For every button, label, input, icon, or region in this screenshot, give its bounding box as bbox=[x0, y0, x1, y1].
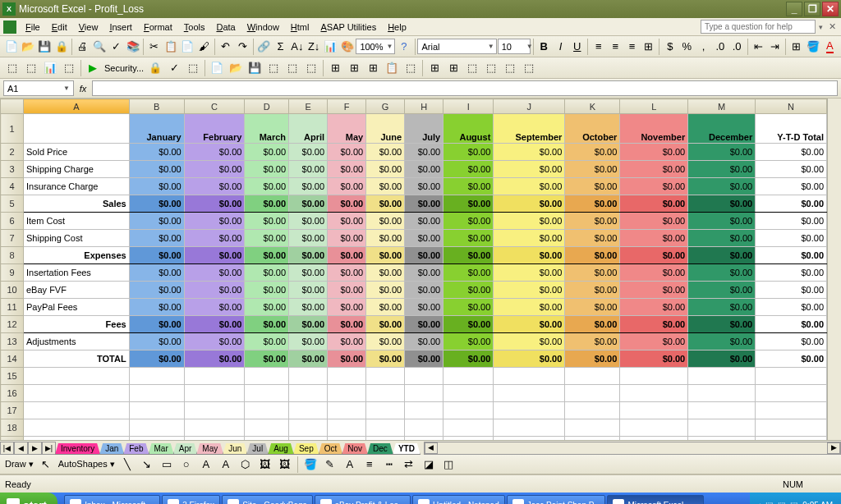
data-cell[interactable]: $0.00 bbox=[289, 299, 328, 316]
empty-cell[interactable] bbox=[688, 419, 756, 437]
empty-cell[interactable] bbox=[184, 368, 245, 385]
data-cell[interactable]: $0.00 bbox=[289, 247, 328, 264]
header-cell[interactable]: February bbox=[184, 114, 245, 144]
tray-icon[interactable]: ⬚ bbox=[765, 501, 773, 505]
empty-cell[interactable] bbox=[620, 419, 688, 437]
data-cell[interactable]: $0.00 bbox=[443, 333, 494, 351]
data-cell[interactable]: $0.00 bbox=[620, 282, 688, 299]
merge-button[interactable]: ⊞ bbox=[641, 38, 656, 56]
toolbar-btn-3[interactable]: 📊 bbox=[41, 59, 59, 77]
data-cell[interactable]: $0.00 bbox=[366, 351, 405, 368]
close-button[interactable]: ✕ bbox=[822, 2, 839, 16]
empty-cell[interactable] bbox=[405, 368, 443, 385]
data-cell[interactable]: $0.00 bbox=[494, 333, 565, 351]
autoshapes-menu[interactable]: AutoShapes ▾ bbox=[57, 459, 117, 470]
data-cell[interactable]: $0.00 bbox=[289, 213, 328, 230]
empty-cell[interactable] bbox=[494, 368, 565, 385]
data-cell[interactable]: $0.00 bbox=[620, 178, 688, 195]
toolbar-btn-9[interactable]: 📂 bbox=[227, 59, 245, 77]
save-button[interactable]: 💾 bbox=[37, 38, 53, 56]
data-cell[interactable]: $0.00 bbox=[494, 299, 565, 316]
empty-cell[interactable] bbox=[184, 402, 245, 419]
sort-desc-button[interactable]: Z↓ bbox=[306, 38, 321, 56]
data-cell[interactable]: $0.00 bbox=[328, 144, 366, 161]
empty-cell[interactable] bbox=[24, 385, 130, 402]
column-header[interactable]: M bbox=[688, 99, 756, 114]
hyperlink-button[interactable]: 🔗 bbox=[256, 38, 272, 56]
data-cell[interactable]: $0.00 bbox=[494, 230, 565, 247]
data-cell[interactable]: $0.00 bbox=[129, 144, 184, 161]
menu-format[interactable]: Format bbox=[138, 20, 178, 34]
toolbar-btn-4[interactable]: ⬚ bbox=[60, 59, 78, 77]
help-search[interactable] bbox=[701, 20, 816, 34]
data-cell[interactable]: $0.00 bbox=[688, 178, 756, 195]
arrow-button[interactable]: ↘ bbox=[138, 456, 156, 474]
toolbar-btn-7[interactable]: ⬚ bbox=[184, 59, 202, 77]
autosum-button[interactable]: Σ bbox=[273, 38, 288, 56]
header-cell[interactable]: December bbox=[688, 114, 756, 144]
data-cell[interactable]: $0.00 bbox=[688, 264, 756, 282]
sheet-tab-dec[interactable]: Dec bbox=[367, 443, 393, 455]
row-header[interactable]: 15 bbox=[1, 368, 24, 385]
data-cell[interactable]: $0.00 bbox=[245, 178, 289, 195]
empty-cell[interactable] bbox=[443, 437, 494, 441]
data-cell[interactable]: $0.00 bbox=[289, 351, 328, 368]
data-cell[interactable]: $0.00 bbox=[620, 333, 688, 351]
data-cell[interactable]: $0.00 bbox=[565, 195, 620, 213]
data-cell[interactable]: $0.00 bbox=[443, 351, 494, 368]
toolbar-btn-6[interactable]: ✓ bbox=[165, 59, 183, 77]
data-cell[interactable]: $0.00 bbox=[756, 144, 827, 161]
help-button[interactable]: ? bbox=[396, 38, 411, 56]
data-cell[interactable]: $0.00 bbox=[328, 351, 366, 368]
data-cell[interactable]: $0.00 bbox=[443, 178, 494, 195]
column-header[interactable]: L bbox=[620, 99, 688, 114]
data-cell[interactable]: $0.00 bbox=[756, 213, 827, 230]
research-button[interactable]: 📚 bbox=[125, 38, 140, 56]
chart-button[interactable]: 📊 bbox=[323, 38, 338, 56]
data-cell[interactable]: $0.00 bbox=[756, 282, 827, 299]
data-cell[interactable]: $0.00 bbox=[494, 316, 565, 333]
empty-cell[interactable] bbox=[24, 437, 130, 441]
data-cell[interactable]: $0.00 bbox=[129, 333, 184, 351]
toolbar-btn-10[interactable]: 💾 bbox=[246, 59, 264, 77]
data-cell[interactable]: $0.00 bbox=[184, 144, 245, 161]
row-label-cell[interactable]: Adjustments bbox=[24, 333, 130, 351]
data-cell[interactable]: $0.00 bbox=[129, 230, 184, 247]
align-left-button[interactable]: ≡ bbox=[591, 38, 606, 56]
drawing-button[interactable]: 🎨 bbox=[339, 38, 355, 56]
empty-cell[interactable] bbox=[756, 385, 827, 402]
empty-cell[interactable] bbox=[688, 437, 756, 441]
data-cell[interactable]: $0.00 bbox=[494, 264, 565, 282]
row-header[interactable]: 3 bbox=[1, 161, 24, 178]
empty-cell[interactable] bbox=[620, 368, 688, 385]
data-cell[interactable]: $0.00 bbox=[184, 230, 245, 247]
row-label-cell[interactable]: Shipping Cost bbox=[24, 230, 130, 247]
empty-cell[interactable] bbox=[328, 385, 366, 402]
data-cell[interactable]: $0.00 bbox=[366, 316, 405, 333]
empty-cell[interactable] bbox=[245, 437, 289, 441]
empty-cell[interactable] bbox=[405, 437, 443, 441]
data-cell[interactable]: $0.00 bbox=[620, 161, 688, 178]
header-cell[interactable]: November bbox=[620, 114, 688, 144]
data-cell[interactable]: $0.00 bbox=[184, 316, 245, 333]
clock[interactable]: 9:05 AM bbox=[802, 501, 833, 505]
data-cell[interactable]: $0.00 bbox=[289, 161, 328, 178]
empty-cell[interactable] bbox=[443, 385, 494, 402]
security-button[interactable]: Security... bbox=[103, 63, 145, 73]
toolbar-btn-11[interactable]: ⬚ bbox=[264, 59, 283, 77]
redo-button[interactable]: ↷ bbox=[234, 38, 250, 56]
data-cell[interactable]: $0.00 bbox=[443, 161, 494, 178]
data-cell[interactable]: $0.00 bbox=[688, 351, 756, 368]
data-cell[interactable]: $0.00 bbox=[443, 195, 494, 213]
data-cell[interactable]: $0.00 bbox=[756, 316, 827, 333]
data-cell[interactable]: $0.00 bbox=[756, 351, 827, 368]
empty-cell[interactable] bbox=[245, 368, 289, 385]
data-cell[interactable]: $0.00 bbox=[405, 178, 443, 195]
data-cell[interactable]: $0.00 bbox=[245, 161, 289, 178]
row-header[interactable]: 6 bbox=[1, 213, 24, 230]
column-header[interactable]: J bbox=[494, 99, 565, 114]
data-cell[interactable]: $0.00 bbox=[328, 316, 366, 333]
empty-cell[interactable] bbox=[245, 419, 289, 437]
currency-button[interactable]: $ bbox=[662, 38, 678, 56]
data-cell[interactable]: $0.00 bbox=[565, 351, 620, 368]
